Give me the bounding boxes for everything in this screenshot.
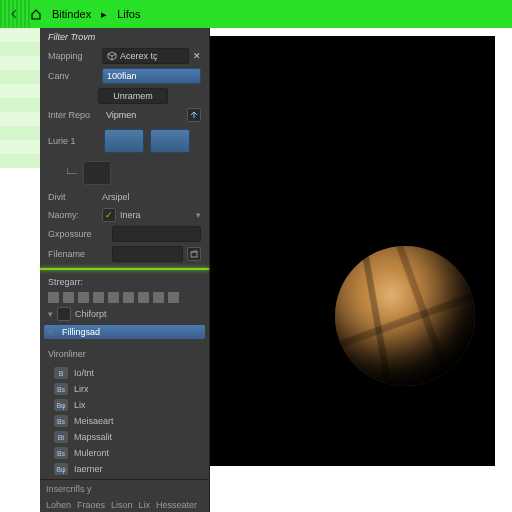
connector-row: └─ [40, 157, 209, 189]
panel-title: Filter Trovm [40, 28, 209, 46]
tool-icon-9[interactable] [168, 292, 179, 303]
inter-link-icon[interactable] [187, 108, 201, 122]
tree-item-label: Fillingsad [62, 327, 100, 337]
filename-field[interactable] [112, 246, 183, 262]
clear-mapping-icon[interactable]: ✕ [193, 51, 201, 61]
list-item[interactable]: BsMuleront [44, 445, 205, 461]
lurie-row: Lurie 1 [40, 125, 209, 157]
expand-icon[interactable]: ▾ [48, 309, 53, 319]
list-item-label: Lirx [74, 384, 89, 394]
thumb-3[interactable] [83, 161, 111, 185]
filename-label: Filename [48, 249, 108, 259]
inter-label: Inter Repo [48, 110, 98, 120]
list-item-label: Meisaeart [74, 416, 114, 426]
naomy-label: Naomy: [48, 210, 98, 220]
svg-rect-0 [191, 252, 197, 257]
type-badge: Bs [54, 447, 68, 459]
gfx-row: Gxpossure [40, 224, 209, 244]
naomy-row: Naomy: ✓ Inera ▾ [40, 206, 209, 224]
tab[interactable]: Lix [139, 500, 151, 510]
divit-row: Divit Arsipel [40, 188, 209, 206]
list-item[interactable]: BsMeisaeart [44, 413, 205, 429]
type-badge: Bψ [54, 463, 68, 475]
tool-icon-3[interactable] [78, 292, 89, 303]
left-accent-strip [0, 28, 40, 168]
rendered-sphere[interactable] [335, 246, 475, 386]
branch-icon: └─ [64, 168, 77, 178]
section2-label: Stregarr: [40, 274, 209, 290]
tab[interactable]: Hesseater [156, 500, 197, 510]
checkbox[interactable] [57, 307, 71, 321]
panel-footer: Insercrifls y [40, 479, 209, 498]
tool-icon-5[interactable] [108, 292, 119, 303]
list-item-label: Mapssalit [74, 432, 112, 442]
list-item[interactable]: BsLirx [44, 381, 205, 397]
tree-caret-icon: ○ [48, 327, 56, 337]
list-item[interactable]: BIo/tnt [44, 365, 205, 381]
breadcrumb-sep: ▸ [101, 8, 107, 21]
breadcrumb-2[interactable]: Lifos [117, 8, 140, 20]
filename-row: Filename [40, 244, 209, 264]
type-badge: B [54, 367, 68, 379]
type-badge: Bt [54, 431, 68, 443]
tree: ○ Fillingsad [40, 323, 209, 341]
divit-label: Divit [48, 192, 98, 202]
tool-icon-2[interactable] [63, 292, 74, 303]
list-item[interactable]: BψIaerner [44, 461, 205, 477]
viewport[interactable] [205, 36, 495, 466]
accent-stripes [0, 0, 30, 28]
thumb-1[interactable] [104, 129, 144, 153]
tab[interactable]: Lohen [46, 500, 71, 510]
canv-button-row: Unramem [40, 86, 209, 106]
tool-icon-7[interactable] [138, 292, 149, 303]
properties-panel: Filter Trovm Mapping Acerex tç ✕ Canv 10… [40, 28, 210, 512]
type-badge: Bs [54, 415, 68, 427]
tool-icon-1[interactable] [48, 292, 59, 303]
canv-row: Canv 100fian [40, 66, 209, 86]
naomy-checkbox[interactable]: ✓ [102, 208, 116, 222]
canv-label: Canv [48, 71, 98, 81]
section-divider [40, 268, 209, 270]
thumb-2[interactable] [150, 129, 190, 153]
list-item-label: Muleront [74, 448, 109, 458]
tool-icon-6[interactable] [123, 292, 134, 303]
lurie-label: Lurie 1 [48, 136, 98, 146]
tree-item-selected[interactable]: ○ Fillingsad [44, 325, 205, 339]
gfx-field[interactable] [112, 226, 201, 242]
type-badge: Bφ [54, 399, 68, 411]
tree-leaves: BIo/tnt BsLirx BφLix BsMeisaeart BtMapss… [40, 363, 209, 479]
mapping-row: Mapping Acerex tç ✕ [40, 46, 209, 66]
type-badge: Bs [54, 383, 68, 395]
title-bar: Bitindex ▸ Lifos [0, 0, 512, 28]
mapping-value: Acerex tç [120, 51, 158, 61]
tool-icon-8[interactable] [153, 292, 164, 303]
tree-section-header: Vironliner [40, 345, 209, 363]
list-item-label: Lix [74, 400, 86, 410]
breadcrumb-1[interactable]: Bitindex [52, 8, 91, 20]
tool-icon-4[interactable] [93, 292, 104, 303]
list-item[interactable]: BtMapssalit [44, 429, 205, 445]
checkbox-label: Chiforpt [75, 309, 107, 319]
home-icon[interactable] [30, 8, 42, 20]
chevron-down-icon[interactable]: ▾ [196, 210, 201, 220]
canv-button[interactable]: Unramem [98, 88, 168, 104]
list-item-label: Io/tnt [74, 368, 94, 378]
inter-row: Inter Repo Vipmen [40, 105, 209, 125]
list-item-label: Iaerner [74, 464, 103, 474]
gfx-label: Gxpossure [48, 229, 108, 239]
check-icon: ✓ [105, 210, 113, 220]
inter-value: Vipmen [102, 107, 183, 123]
mapping-label: Mapping [48, 51, 98, 61]
divit-value: Arsipel [102, 192, 201, 202]
checkbox-row: ▾ Chiforpt [40, 305, 209, 323]
canv-field[interactable]: 100fian [102, 68, 201, 84]
tab[interactable]: Lison [111, 500, 133, 510]
canv-value: 100fian [107, 71, 137, 81]
toolbar-icons [40, 290, 209, 305]
tab[interactable]: Fraoes [77, 500, 105, 510]
mapping-field[interactable]: Acerex tç [102, 48, 189, 64]
browse-icon[interactable] [187, 247, 201, 261]
list-item[interactable]: BφLix [44, 397, 205, 413]
naomy-value: Inera [120, 210, 192, 220]
cube-icon [107, 51, 117, 61]
